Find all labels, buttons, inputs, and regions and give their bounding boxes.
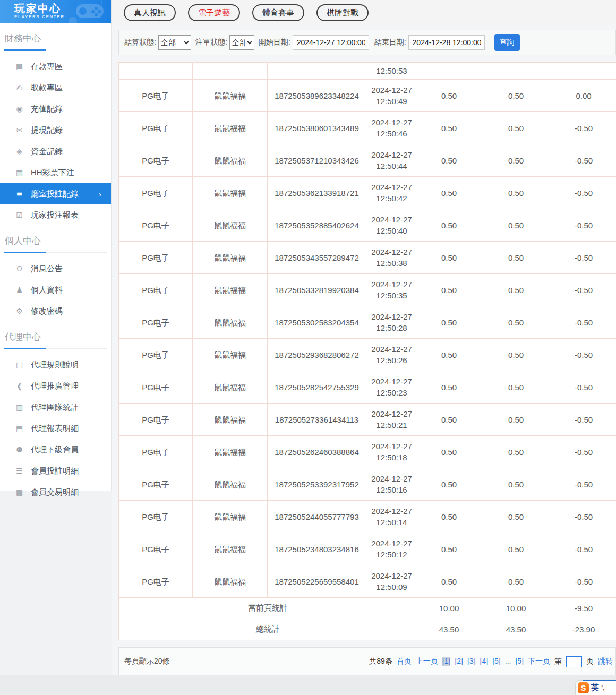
bet-time-cell: 2024-12-2712:50:46	[366, 112, 417, 144]
bet-records-table: 12:50:53 PG电子 鼠鼠福福 1872505389623348224 2…	[118, 62, 616, 640]
sidebar-item-member-bets[interactable]: ☰ 會員投註明細	[0, 460, 111, 482]
sidebar-item-agent-rules[interactable]: ▢ 代理規則說明	[0, 354, 111, 375]
tab-e-games[interactable]: 電子遊藝	[188, 4, 240, 21]
provider-cell: PG电子	[119, 306, 193, 339]
money-bag-icon: ◉	[15, 105, 24, 113]
lottery-list-icon: ▦	[15, 168, 24, 177]
bet-id-cell: 1872505262460388864	[268, 436, 366, 468]
sidebar-item-withdrawal-records[interactable]: ✉ 提現記錄	[0, 119, 111, 141]
profit-cell: -0.50	[551, 242, 616, 274]
table-row: PG电子 鼠鼠福福 1872505380601343489 2024-12-27…	[119, 112, 616, 144]
page-link[interactable]: [2]	[455, 657, 463, 666]
sogou-logo-icon[interactable]: S	[578, 682, 589, 693]
bet-id-cell: 1872505293682806272	[268, 339, 366, 371]
provider-cell: PG电子	[119, 339, 193, 371]
withdraw-hand-icon: ✍	[15, 83, 24, 92]
sidebar-item-hh-lottery-bets[interactable]: ▦ HH彩票下注	[0, 162, 111, 183]
page-link[interactable]: [3]	[467, 657, 476, 666]
bet-amount-cell: 0.50	[417, 339, 481, 371]
page-link[interactable]: [4]	[480, 657, 489, 666]
provider-cell: PG电子	[119, 533, 193, 565]
game-name-cell: 鼠鼠福福	[193, 565, 268, 598]
sidebar-item-agent-report[interactable]: ▤ 代理報表明細	[0, 418, 111, 439]
report-sheet-icon: ▤	[15, 424, 24, 433]
sidebar-sections: 財務中心 ▤ 存款專區 ✍ 取款專區 ◉ 充值記錄 ✉ 提現記錄 ◈ 資金記錄 …	[0, 31, 111, 503]
sidebar-item-recharge-records[interactable]: ◉ 充值記錄	[0, 98, 111, 119]
bet-time-cell: 2024-12-2712:50:09	[366, 565, 417, 598]
bet-amount-cell: 0.50	[417, 371, 481, 404]
sidebar-item-member-trans[interactable]: ▤ 會員交易明細	[0, 482, 111, 503]
tab-sports[interactable]: 體育賽事	[252, 4, 304, 21]
team-stats-icon: ▥	[15, 403, 24, 411]
sidebar-item-deposit[interactable]: ▤ 存款專區	[0, 56, 111, 77]
sidebar-item-player-bet-report[interactable]: ☑ 玩家投注報表	[0, 204, 111, 226]
bet-status-select[interactable]: 全部	[229, 35, 254, 50]
sidebar-item-agent-team-stats[interactable]: ▥ 代理團隊統計	[0, 397, 111, 418]
page-total-profit: -9.50	[551, 598, 616, 619]
tab-board-games[interactable]: 棋牌對戰	[316, 4, 369, 21]
jump-page-input[interactable]	[566, 656, 582, 667]
bet-id-cell: 1872505234803234816	[268, 533, 366, 565]
filter-bar: 結算狀態: 全部 注單狀態: 全部 開始日期: 結束日期: 查詢	[118, 30, 616, 55]
settle-status-select[interactable]: 全部	[158, 35, 191, 50]
bet-amount-cell: 0.50	[417, 242, 481, 274]
bet-amount-cell: 0.50	[417, 80, 481, 112]
game-category-tabs: 真人視訊電子遊藝體育賽事棋牌對戰	[112, 0, 616, 25]
sidebar-item-withdraw[interactable]: ✍ 取款專區	[0, 77, 111, 98]
bet-id-cell: 1872505253392317952	[268, 468, 366, 501]
table-row: PG电子 鼠鼠福福 1872505332819920384 2024-12-27…	[119, 274, 616, 306]
game-name-cell: 鼠鼠福福	[193, 177, 268, 209]
bet-time-cell: 2024-12-2712:50:40	[366, 209, 417, 242]
bet-time-cell: 2024-12-2712:50:28	[366, 306, 417, 339]
table-row: PG电子 鼠鼠福福 1872505371210343426 2024-12-27…	[119, 144, 616, 177]
sidebar-item-notices[interactable]: Ω 消息公告	[0, 258, 111, 279]
brand-header: 玩家中心 PLAYERS CENTER	[0, 0, 111, 23]
bet-time-cell: 2024-12-2712:50:23	[366, 371, 417, 404]
profit-cell: -0.50	[551, 436, 616, 468]
ime-toolbar[interactable]: S 英 ’,	[576, 681, 616, 695]
sidebar-section: 代理中心 ▢ 代理規則說明 ❮ 代理推廣管理 ▥ 代理團隊統計 ▤ 代理報表明細…	[0, 330, 111, 503]
table-row: PG电子 鼠鼠福福 1872505262460388864 2024-12-27…	[119, 436, 616, 468]
sidebar-item-funds-records[interactable]: ◈ 資金記錄	[0, 141, 111, 162]
document-icon: ▢	[15, 361, 24, 369]
end-date-input[interactable]	[408, 35, 485, 50]
start-date-input[interactable]	[293, 35, 369, 50]
query-button[interactable]: 查詢	[494, 34, 520, 51]
sidebar-item-agent-sub-members[interactable]: ⚉ 代理下級會員	[0, 439, 111, 460]
bet-time-cell: 2024-12-2712:50:12	[366, 533, 417, 565]
valid-amount-cell: 0.50	[481, 209, 551, 242]
page-link[interactable]: 首页	[397, 657, 412, 666]
bet-time-cell: 2024-12-2712:50:38	[366, 242, 417, 274]
bet-id-cell: 1872505352885402624	[268, 209, 366, 242]
page-link[interactable]: [5]	[515, 657, 524, 666]
page-link[interactable]: [5]	[492, 657, 501, 666]
page-link[interactable]: [1]	[442, 657, 451, 666]
ime-language-indicator[interactable]: 英	[591, 683, 599, 693]
bet-status-label: 注單狀態:	[195, 38, 227, 47]
sidebar-item-profile[interactable]: ♟ 個人資料	[0, 279, 111, 301]
bet-id-cell: 1872505302583204354	[268, 306, 366, 339]
sidebar-section-title: 代理中心	[4, 330, 107, 349]
page-link[interactable]: 下一页	[528, 657, 550, 666]
valid-amount-cell: 0.50	[481, 177, 551, 209]
user-icon: ♟	[15, 286, 24, 294]
valid-amount-cell: 0.50	[481, 112, 551, 144]
bet-time-cell: 2024-12-2712:50:21	[366, 404, 417, 436]
provider-cell: PG电子	[119, 209, 193, 242]
valid-amount-cell: 0.50	[481, 468, 551, 501]
sidebar-item-change-password[interactable]: ⚙ 修改密碼	[0, 301, 111, 322]
provider-cell: PG电子	[119, 436, 193, 468]
sidebar-item-agent-promotion[interactable]: ❮ 代理推廣管理	[0, 375, 111, 397]
bet-id-cell: 1872505380601343489	[268, 112, 366, 144]
main-content: 真人視訊電子遊藝體育賽事棋牌對戰 結算狀態: 全部 注單狀態: 全部 開始日期:…	[112, 0, 616, 695]
valid-amount-cell: 0.50	[481, 533, 551, 565]
bet-records-table-wrap: 12:50:53 PG电子 鼠鼠福福 1872505389623348224 2…	[118, 62, 616, 640]
pagination-bar: 每頁顯示20條 共89条 首页上一页[1][2][3][4][5]...[5]下…	[118, 647, 616, 676]
jump-button[interactable]: 跳转	[598, 657, 613, 666]
game-name-cell: 鼠鼠福福	[193, 80, 268, 112]
sidebar-item-hall-bet-records[interactable]: ≣ 廳室投註記錄 ›	[0, 183, 111, 204]
profit-cell: -0.50	[551, 468, 616, 501]
page-link[interactable]: 上一页	[416, 657, 438, 666]
tab-live-video[interactable]: 真人視訊	[124, 4, 176, 21]
game-name-cell: 鼠鼠福福	[193, 436, 268, 468]
